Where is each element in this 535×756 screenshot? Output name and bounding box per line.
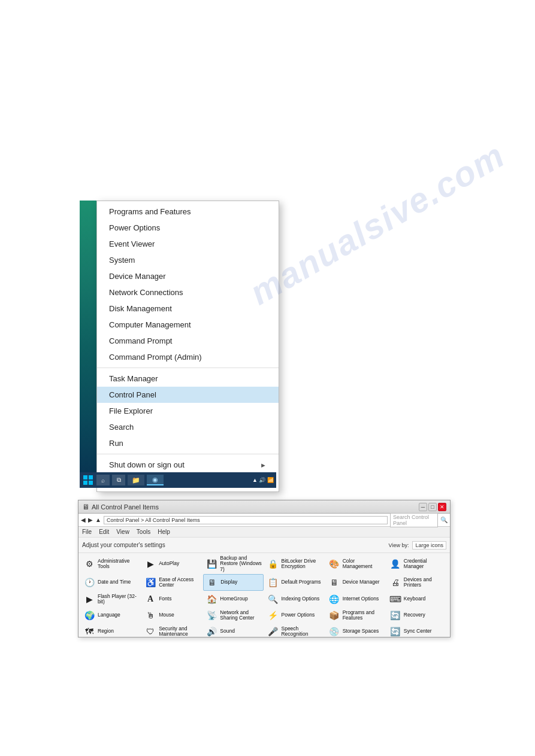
systray-icons: ▲ 🔊 📶 [252,477,274,483]
ease-access-icon: ♿ [144,576,157,589]
sidebar-strip [80,201,96,488]
svg-rect-2 [83,481,87,485]
cp-item-power-opts[interactable]: ⚡ Power Options [264,608,325,623]
cp-item-homegroup[interactable]: 🏠 HomeGroup [203,591,264,607]
cp-item-storage[interactable]: 💿 Storage Spaces [326,624,386,637]
region-icon: 🗺 [83,625,96,637]
back-icon[interactable]: ◀ [81,517,86,523]
cp-item-backup[interactable]: 💾 Backup and Restore (Windows 7) [203,554,264,573]
cp-item-speech[interactable]: 🎤 Speech Recognition [264,624,325,637]
up-icon[interactable]: ▲ [95,517,101,523]
menu-item-event-viewer[interactable]: Event Viewer [97,236,279,252]
search-icon: ⌕ [101,477,105,484]
menu-help[interactable]: Help [158,529,170,535]
taskbar: ⌕ ⧉ 📁 ◉ ▲ 🔊 📶 [80,472,276,488]
recovery-label: Recovery [404,612,425,618]
backup-icon: 💾 [205,557,218,570]
mouse-icon: 🖱 [144,609,157,622]
menu-item-task-manager[interactable]: Task Manager [97,371,279,387]
cp-address-bar[interactable]: ◀ ▶ ▲ Control Panel > All Control Panel … [78,514,450,527]
menu-item-shutdown[interactable]: Shut down or sign out ► [97,457,279,473]
cp-item-region[interactable]: 🗺 Region [81,624,141,637]
taskbar-task-view-btn[interactable]: ⧉ [112,475,125,485]
credential-mgr-label: Credential Manager [404,558,446,570]
sync-label: Sync Center [404,629,432,634]
cp-title-label: All Control Panel Items [92,503,159,511]
menu-item-computer-management[interactable]: Computer Management [97,317,279,333]
taskbar-search-btn[interactable]: ⌕ [96,475,110,485]
context-menu: Programs and Features Power Options Even… [96,201,279,492]
menu-item-command-prompt[interactable]: Command Prompt [97,333,279,349]
power-opts-icon: ⚡ [266,609,279,622]
cp-item-recovery[interactable]: 🔄 Recovery [387,608,448,623]
menu-item-search[interactable]: Search [97,419,279,435]
credential-mgr-icon: 👤 [389,557,402,570]
taskbar-start[interactable] [82,474,94,486]
cp-maximize-btn[interactable]: □ [428,503,437,511]
cp-item-flash[interactable]: ▶ Flash Player (32-bit) [81,591,141,607]
cp-item-bitlocker[interactable]: 🔒 BitLocker Drive Encryption [264,554,325,573]
cp-minimize-btn[interactable]: ─ [419,503,427,511]
cp-item-color-mgmt[interactable]: 🎨 Color Management [326,554,386,573]
menu-item-power-options[interactable]: Power Options [97,220,279,236]
menu-item-device-manager[interactable]: Device Manager [97,268,279,284]
forward-icon[interactable]: ▶ [88,517,93,523]
cp-item-internet-opts[interactable]: 🌐 Internet Options [326,591,386,607]
cp-item-credential-mgr[interactable]: 👤 Credential Manager [387,554,448,573]
menu-item-command-prompt-admin[interactable]: Command Prompt (Admin) [97,349,279,365]
cp-items-grid: ⚙ Administrative Tools ▶ AutoPlay 💾 Back… [78,553,450,637]
bitlocker-icon: 🔒 [266,557,279,570]
cp-item-admin-tools[interactable]: ⚙ Administrative Tools [81,554,141,573]
devices-printers-label: Devices and Printers [404,577,446,588]
menu-item-disk-management[interactable]: Disk Management [97,300,279,317]
device-mgr-label: Device Manager [343,579,380,585]
menu-file[interactable]: File [82,529,92,535]
cp-item-default-progs[interactable]: 📋 Default Programs [264,574,325,591]
menu-tools[interactable]: Tools [137,529,150,535]
windows-logo-icon [83,475,93,485]
cp-item-indexing[interactable]: 🔍 Indexing Options [264,591,325,607]
fonts-label: Fonts [159,596,171,602]
search-btn-icon[interactable]: 🔍 [440,517,448,523]
cp-item-mouse[interactable]: 🖱 Mouse [142,608,202,623]
menu-edit[interactable]: Edit [99,529,109,535]
menu-item-run[interactable]: Run [97,435,279,451]
view-by-selector[interactable]: Large icons [412,541,446,549]
sound-icon: 🔊 [205,625,218,637]
programs-feats-label: Programs and Features [343,610,385,621]
cp-item-autoplay[interactable]: ▶ AutoPlay [142,554,202,573]
taskbar-app-btn-1[interactable]: 📁 [128,475,144,485]
address-input[interactable]: Control Panel > All Control Panel Items [104,516,388,524]
flash-label: Flash Player (32-bit) [98,594,140,605]
cp-item-display[interactable]: 🖥 Display [203,574,264,591]
cp-item-date-time[interactable]: 🕐 Date and Time [81,574,141,591]
cp-close-btn[interactable]: ✕ [438,503,446,511]
menu-view[interactable]: View [116,529,129,535]
chrome-icon: ◉ [152,476,158,484]
menu-item-system[interactable]: System [97,252,279,268]
svg-rect-3 [89,481,93,485]
cp-item-programs-feats[interactable]: 📦 Programs and Features [326,608,386,623]
cp-item-language[interactable]: 🌍 Language [81,608,141,623]
cp-item-devices-printers[interactable]: 🖨 Devices and Printers [387,574,448,591]
file-explorer-icon: 📁 [132,476,140,484]
cp-item-sound[interactable]: 🔊 Sound [203,624,264,637]
cp-item-fonts[interactable]: A Fonts [142,591,202,607]
cp-item-device-mgr[interactable]: 🖥 Device Manager [326,574,386,591]
bitlocker-label: BitLocker Drive Encryption [281,558,323,570]
menu-item-programs-features[interactable]: Programs and Features [97,204,279,220]
menu-item-file-explorer[interactable]: File Explorer [97,403,279,419]
cp-item-keyboard[interactable]: ⌨ Keyboard [387,591,448,607]
cp-item-sync[interactable]: 🔄 Sync Center [387,624,448,637]
taskbar-app-btn-2[interactable]: ◉ [147,475,164,485]
cp-window-icon: 🖥 [82,503,89,511]
cp-item-ease-access[interactable]: ♿ Ease of Access Center [142,574,202,591]
security-maint-label: Security and Maintenance [159,626,201,637]
arrow-icon: ► [260,462,267,469]
cp-item-security-maint[interactable]: 🛡 Security and Maintenance [142,624,202,637]
menu-item-control-panel[interactable]: Control Panel [97,387,279,403]
cp-item-network-sharing[interactable]: 📡 Network and Sharing Center [203,608,264,623]
search-input[interactable]: Search Control Panel [390,513,438,527]
sound-label: Sound [220,629,235,634]
menu-item-network-connections[interactable]: Network Connections [97,284,279,300]
